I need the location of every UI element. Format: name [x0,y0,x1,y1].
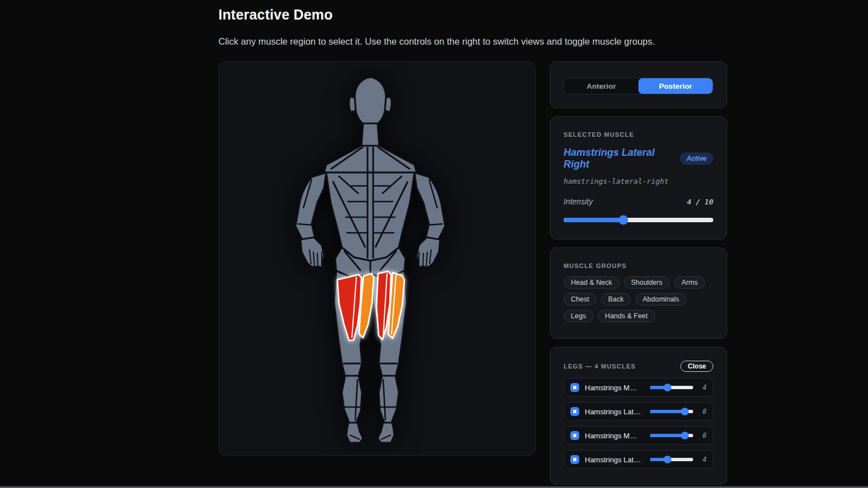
slider-thumb[interactable] [664,384,671,391]
chip-chest[interactable]: Chest [564,293,597,305]
muscle-row-slider[interactable] [650,386,693,389]
muscle-row-lateral-right: Hamstrings Lat… 4 [564,450,713,469]
demo-screen: Interactive Demo Click any muscle region… [0,0,868,488]
chip-arms[interactable]: Arms [674,276,705,289]
muscle-row-label: Hamstrings Lat… [585,408,645,416]
region-traps [324,146,417,173]
anterior-button[interactable]: Anterior [564,78,638,94]
selected-muscle-name: Hamstrings Lateral Right [564,147,680,170]
body-figure-card [218,61,536,456]
region-hand-right [417,237,440,267]
checkbox-check-icon [573,458,576,461]
chip-head-neck[interactable]: Head & Neck [564,276,619,289]
muscle-row-label: Hamstrings Lat… [585,456,645,464]
muscle-row-medial-left: Hamstrings M… 4 [564,378,713,397]
view-toggle: Anterior Posterior [564,78,713,94]
close-button[interactable]: Close [680,361,713,372]
slider-thumb[interactable] [681,408,689,415]
region-foot-right [378,423,394,443]
checkbox-check-icon [573,410,576,413]
region-foot-left [346,423,363,443]
posterior-button[interactable]: Posterior [638,78,713,94]
controls-column: Anterior Posterior SELECTED MUSCLE Hamst… [550,61,727,485]
muscle-row-value: 4 [699,456,707,463]
region-neck [361,123,379,147]
legs-panel-card: LEGS — 4 MUSCLES Close Hamstrings M… 4 [550,347,727,485]
muscle-row-slider[interactable] [650,458,693,461]
chip-abdominals[interactable]: Abdominals [635,293,686,305]
posterior-body-figure[interactable] [219,62,536,456]
muscle-row-lateral-left: Hamstrings Lat… 8 [564,402,713,421]
region-hand-left [301,237,324,267]
view-toggle-card: Anterior Posterior [550,61,727,108]
checkbox-check-icon [573,434,576,437]
region-head [355,77,386,126]
muscle-row-label: Hamstrings M… [585,432,645,440]
muscle-group-chips: Head & Neck Shoulders Arms Chest Back Ab… [564,276,710,322]
chip-shoulders[interactable]: Shoulders [624,276,670,289]
page-subtitle: Click any muscle region to select it. Us… [218,36,727,47]
muscle-row-value: 8 [699,432,707,439]
muscle-checkbox[interactable] [570,383,579,392]
slider-thumb[interactable] [681,432,689,439]
selected-muscle-card: SELECTED MUSCLE Hamstrings Lateral Right… [550,116,727,240]
selected-muscle-section-label: SELECTED MUSCLE [564,131,713,138]
intensity-label: Intensity [564,197,593,206]
page-title: Interactive Demo [218,7,727,23]
demo-layout: Anterior Posterior SELECTED MUSCLE Hamst… [218,61,727,485]
chip-back[interactable]: Back [601,293,631,305]
muscle-row-medial-right: Hamstrings M… 8 [564,426,713,445]
muscle-groups-section-label: MUSCLE GROUPS [564,262,713,269]
intensity-slider-thumb[interactable] [619,216,628,225]
chip-legs[interactable]: Legs [564,310,593,322]
muscle-row-value: 8 [699,408,707,415]
main-content: Interactive Demo Click any muscle region… [218,0,727,485]
legs-section-label: LEGS — 4 MUSCLES [564,363,636,370]
muscle-row-slider[interactable] [650,410,693,413]
intensity-slider-fill [564,218,623,222]
muscle-row-value: 4 [699,384,707,391]
muscle-checkbox[interactable] [570,431,579,440]
checkbox-check-icon [573,386,576,389]
muscle-groups-card: MUSCLE GROUPS Head & Neck Shoulders Arms… [550,247,727,339]
region-ear-left [349,97,356,112]
intensity-value: 4 / 10 [687,198,713,206]
selected-muscle-slug: hamstrings-lateral-right [564,177,713,185]
region-back [326,173,414,261]
chip-hands-feet[interactable]: Hands & Feet [598,310,655,322]
muscle-checkbox[interactable] [570,455,579,464]
body-gray-segments[interactable] [295,77,445,443]
intensity-slider[interactable] [564,218,713,222]
slider-thumb[interactable] [664,456,671,463]
region-calf-left [342,376,362,424]
status-badge: Active [680,152,713,165]
muscle-row-slider[interactable] [650,434,693,437]
muscle-checkbox[interactable] [570,407,579,416]
region-calf-right [379,376,399,424]
region-ear-right [385,97,392,112]
muscle-row-label: Hamstrings M… [585,384,645,392]
